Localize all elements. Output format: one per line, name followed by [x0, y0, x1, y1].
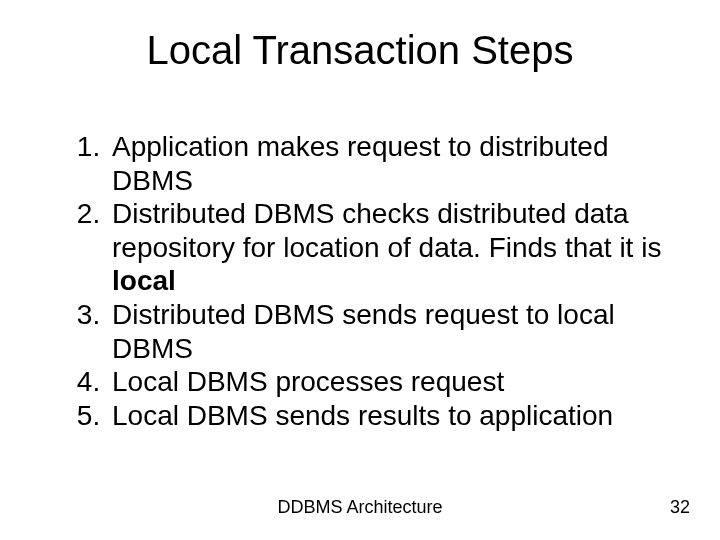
step-2-bold: local	[112, 265, 176, 296]
page-number: 32	[670, 497, 690, 518]
step-1: Application makes request to distributed…	[108, 130, 668, 197]
step-2-text: Distributed DBMS checks distributed data…	[112, 198, 661, 263]
step-3: Distributed DBMS sends request to local …	[108, 298, 668, 365]
steps-list: Application makes request to distributed…	[58, 130, 668, 432]
slide-title: Local Transaction Steps	[0, 28, 720, 73]
slide: Local Transaction Steps Application make…	[0, 0, 720, 540]
step-2: Distributed DBMS checks distributed data…	[108, 197, 668, 298]
step-5: Local DBMS sends results to application	[108, 399, 668, 433]
slide-body: Application makes request to distributed…	[58, 130, 668, 432]
step-4: Local DBMS processes request	[108, 365, 668, 399]
footer-label: DDBMS Architecture	[0, 497, 720, 518]
